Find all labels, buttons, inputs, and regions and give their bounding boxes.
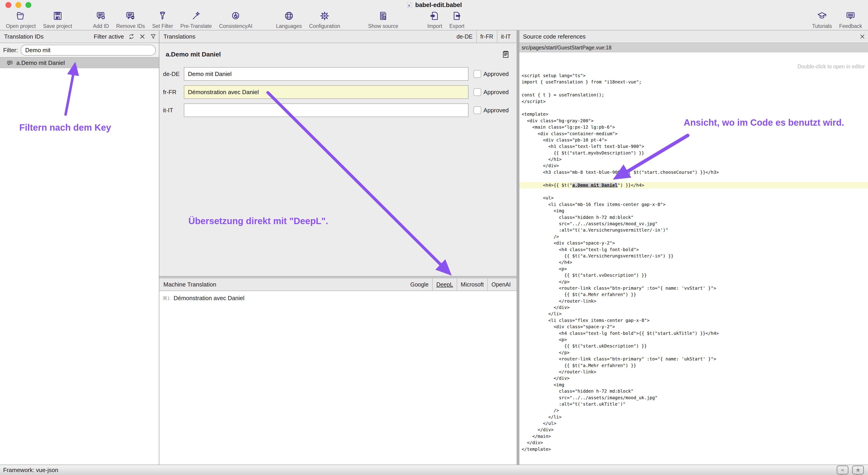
code-line: <script setup lang="ts"> bbox=[519, 73, 868, 79]
language-tab-it-it[interactable]: it-IT bbox=[497, 30, 514, 43]
save-project-icon bbox=[53, 11, 63, 22]
toolbar-button-tutorials[interactable]: Tutorials bbox=[809, 11, 836, 29]
mt-suggestion-row[interactable]: ⌘1 Démonstration avec Daniel bbox=[159, 291, 517, 302]
approved-checkbox[interactable] bbox=[473, 106, 481, 114]
mt-tab-google[interactable]: Google bbox=[407, 278, 432, 291]
toolbar-button-export[interactable]: Export bbox=[446, 11, 468, 29]
code-line: </router-link> bbox=[519, 298, 868, 304]
source-file-reference[interactable]: src/pages/start/GuestStartPage.vue:18 bbox=[519, 43, 868, 53]
code-line: <h4 class="text-lg font-bold">{{ $t("sta… bbox=[519, 330, 868, 337]
code-line: {{ $t("a.Mehr erfahren") }} bbox=[519, 363, 868, 369]
toolbar-button-set-filter[interactable]: Set Filter bbox=[149, 11, 177, 29]
code-line bbox=[519, 176, 868, 182]
code-line: <p> bbox=[519, 266, 868, 272]
code-line: import { useTranslation } from "i18next-… bbox=[519, 79, 868, 85]
notepad-icon[interactable] bbox=[501, 50, 510, 59]
annotation-deepl-note: Übersetzung direkt mit "DeepL". bbox=[188, 216, 328, 226]
toolbar-button-open-project[interactable]: Open project bbox=[2, 11, 39, 29]
toolbar-button-configuration[interactable]: Configuration bbox=[306, 11, 344, 29]
favorite-status-icon[interactable]: ★ bbox=[852, 466, 864, 475]
translation-id-item[interactable]: a.Demo mit Daniel bbox=[0, 58, 159, 68]
babeledit-window: b babel-edit.babel Open projectSave proj… bbox=[0, 0, 868, 475]
code-line: </div> bbox=[519, 304, 868, 311]
code-line-highlighted: <h4>{{ $t("a.Demo mit Daniel") }}</h4> bbox=[519, 182, 868, 189]
machine-translation-tabs: GoogleDeepLMicrosoftOpenAI bbox=[407, 278, 514, 291]
code-line: </ul> bbox=[519, 420, 868, 427]
source-code-view[interactable]: <script setup lang="ts">import { useTran… bbox=[519, 73, 868, 452]
editor-hint: Double-click to open in editor bbox=[797, 64, 865, 70]
filter-input[interactable] bbox=[21, 45, 156, 56]
filter-active-label: Filter active bbox=[94, 33, 124, 40]
zoom-window-button[interactable] bbox=[25, 2, 31, 8]
code-line: </template> bbox=[519, 446, 868, 452]
toolbar-button-save-project[interactable]: Save project bbox=[39, 11, 76, 29]
framework-status: Framework: vue-json bbox=[3, 467, 58, 474]
language-tab-fr-fr[interactable]: fr-FR bbox=[476, 30, 497, 43]
close-panel-icon[interactable] bbox=[859, 33, 866, 40]
panel-divider-right[interactable] bbox=[517, 30, 519, 465]
toolbar-label: Languages bbox=[276, 23, 302, 29]
titlebar: b babel-edit.babel bbox=[0, 0, 868, 10]
approved-checkbox[interactable] bbox=[473, 70, 481, 78]
toolbar-button-add-id[interactable]: Add ID bbox=[89, 11, 113, 29]
toolbar-button-feedback[interactable]: Feedback bbox=[836, 11, 866, 29]
code-line: const { t } = useTranslation(); bbox=[519, 92, 868, 98]
translation-input-fr-FR[interactable] bbox=[184, 85, 468, 99]
filter-icon[interactable] bbox=[150, 33, 157, 40]
toolbar-label: Show source bbox=[368, 23, 398, 29]
clear-filter-icon[interactable] bbox=[139, 33, 146, 40]
toolbar-label: Configuration bbox=[309, 23, 340, 29]
mt-tab-deepl[interactable]: DeepL bbox=[432, 278, 457, 291]
configuration-icon bbox=[319, 11, 330, 22]
toolbar-button-languages[interactable]: Languages bbox=[272, 11, 306, 29]
code-line: </div> bbox=[519, 427, 868, 433]
toolbar-button-consistencyai[interactable]: ConsistencyAI bbox=[215, 11, 256, 29]
feedback-icon bbox=[845, 11, 856, 22]
toolbar-button-pre-translate[interactable]: Pre-Translate bbox=[177, 11, 215, 29]
source-references-header: Source code references bbox=[519, 30, 868, 43]
panel-title-source-references: Source code references bbox=[523, 33, 586, 40]
code-line: <router-link class="btn-primary" :to="{ … bbox=[519, 285, 868, 292]
code-line: {{ $t("a.Versicherungsvermittler/-in") }… bbox=[519, 253, 868, 259]
code-line: /> bbox=[519, 234, 868, 240]
close-window-button[interactable] bbox=[5, 2, 11, 8]
panel-divider-left[interactable] bbox=[159, 30, 159, 465]
consistency-ai-icon bbox=[230, 11, 241, 22]
translation-id-icon bbox=[6, 60, 13, 66]
window-title: babel-edit.babel bbox=[415, 2, 462, 9]
toolbar-button-import[interactable]: Import bbox=[424, 11, 446, 29]
mt-tab-microsoft[interactable]: Microsoft bbox=[457, 278, 487, 291]
toolbar-label: Add ID bbox=[93, 23, 109, 29]
refresh-icon[interactable] bbox=[128, 33, 135, 40]
translation-input-de-DE[interactable] bbox=[184, 67, 468, 81]
code-line: src="../../assets/images/mood_vv.jpg" bbox=[519, 221, 868, 227]
code-line: </div> bbox=[519, 375, 868, 381]
minimize-window-button[interactable] bbox=[16, 2, 21, 8]
code-line: </p> bbox=[519, 349, 868, 356]
status-bar-icons: ≈★ bbox=[837, 466, 864, 475]
panel-title-machine-translation: Machine Translation bbox=[163, 281, 216, 288]
approved-label: Approved bbox=[484, 107, 509, 114]
panel-title-translations: Translations bbox=[163, 33, 195, 40]
language-tab-de-de[interactable]: de-DE bbox=[453, 30, 476, 43]
mt-tab-openai[interactable]: OpenAI bbox=[487, 278, 514, 291]
translation-ids-panel: Translation IDs Filter active Filter: a.… bbox=[0, 30, 159, 465]
translation-input-it-IT[interactable] bbox=[184, 103, 468, 117]
language-label: fr-FR bbox=[163, 89, 184, 96]
code-line: <h3 class="mb-8 text-blue-900">{{ $t("st… bbox=[519, 169, 868, 176]
machine-translation-body: ⌘1 Démonstration avec Daniel bbox=[159, 291, 517, 465]
language-label: de-DE bbox=[163, 71, 184, 77]
code-line: <div class="container-medium"> bbox=[519, 131, 868, 137]
approved-checkbox[interactable] bbox=[473, 88, 481, 96]
machine-translation-header: Machine Translation GoogleDeepLMicrosoft… bbox=[159, 278, 517, 291]
translations-header: Translations de-DEfr-FRit-IT bbox=[159, 30, 517, 43]
mt-suggestion-text: Démonstration avec Daniel bbox=[174, 295, 245, 302]
code-line: </router-link> bbox=[519, 369, 868, 375]
code-line: </div> bbox=[519, 440, 868, 446]
toolbar-button-show-source[interactable]: Show source bbox=[365, 11, 402, 29]
set-filter-icon bbox=[157, 11, 168, 22]
code-line: </p> bbox=[519, 279, 868, 285]
translation-id-list: a.Demo mit Daniel bbox=[0, 58, 159, 68]
toolbar-button-remove-ids[interactable]: Remove IDs bbox=[113, 11, 149, 29]
language-status-icon[interactable]: ≈ bbox=[837, 466, 848, 475]
